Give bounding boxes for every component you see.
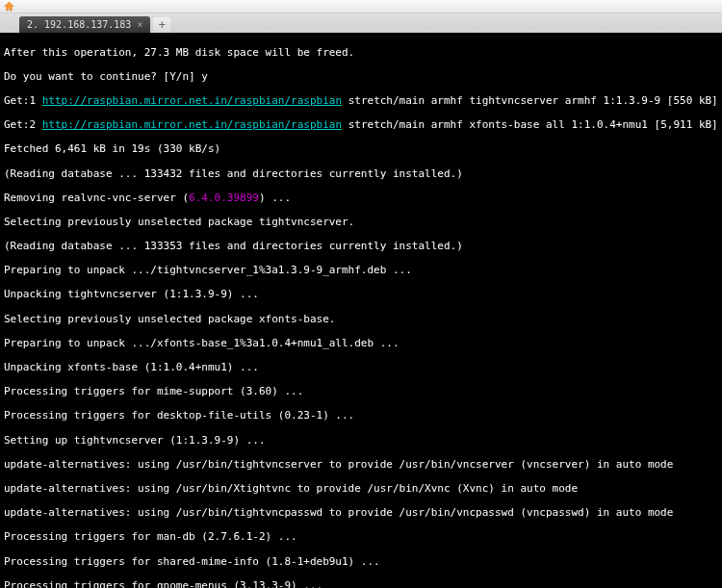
term-line: update-alternatives: using /usr/bin/tigh…	[4, 459, 718, 472]
term-line: Removing realvnc-vnc-server (6.4.0.39899…	[4, 192, 718, 205]
tab-title: 2. 192.168.137.183	[27, 19, 131, 30]
toolbar	[0, 0, 722, 13]
term-line: Processing triggers for shared-mime-info…	[4, 556, 718, 569]
term-line: update-alternatives: using /usr/bin/tigh…	[4, 507, 718, 520]
term-line: Preparing to unpack .../xfonts-base_1%3a…	[4, 338, 718, 350]
term-line: (Reading database ... 133432 files and d…	[4, 168, 718, 181]
term-line: After this operation, 27.3 MB disk space…	[4, 47, 718, 60]
term-line: Preparing to unpack .../tightvncserver_1…	[4, 265, 718, 277]
term-line: Unpacking tightvncserver (1:1.3.9-9) ...	[4, 289, 718, 301]
term-line: Selecting previously unselected package …	[4, 217, 718, 229]
term-line: Selecting previously unselected package …	[4, 314, 718, 326]
term-line: Processing triggers for mime-support (3.…	[4, 386, 718, 398]
tab-bar: 2. 192.168.137.183 × +	[0, 13, 722, 33]
tab-active[interactable]: 2. 192.168.137.183 ×	[19, 16, 150, 33]
tab-add-button[interactable]: +	[153, 17, 170, 33]
close-icon[interactable]: ×	[137, 19, 142, 30]
home-icon[interactable]	[3, 1, 14, 13]
term-line: (Reading database ... 133353 files and d…	[4, 241, 718, 253]
terminal-output[interactable]: After this operation, 27.3 MB disk space…	[0, 33, 722, 588]
url-link: http://raspbian.mirror.net.in/raspbian/r…	[42, 94, 342, 107]
term-line: Fetched 6,461 kB in 19s (330 kB/s)	[4, 143, 718, 156]
term-line: Processing triggers for desktop-file-uti…	[4, 410, 718, 422]
term-line: Setting up tightvncserver (1:1.3.9-9) ..…	[4, 435, 718, 447]
term-line: Get:2 http://raspbian.mirror.net.in/rasp…	[4, 119, 718, 132]
term-line: update-alternatives: using /usr/bin/Xtig…	[4, 483, 718, 496]
term-line: Unpacking xfonts-base (1:1.0.4+nmu1) ...	[4, 362, 718, 374]
term-line: Processing triggers for man-db (2.7.6.1-…	[4, 531, 718, 544]
plus-icon: +	[159, 18, 166, 32]
term-line: Get:1 http://raspbian.mirror.net.in/rasp…	[4, 95, 718, 108]
term-line: Do you want to continue? [Y/n] y	[4, 71, 718, 84]
term-line: Processing triggers for gnome-menus (3.1…	[4, 580, 718, 588]
url-link: http://raspbian.mirror.net.in/raspbian/r…	[42, 118, 342, 131]
